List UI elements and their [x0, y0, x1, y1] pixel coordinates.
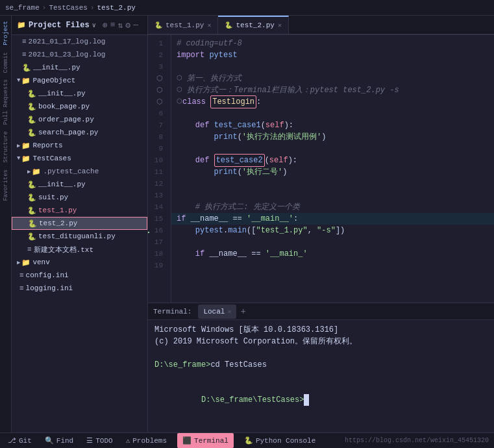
python-label: Python Console — [256, 437, 315, 445]
file-tree-header: 📁 Project Files ∨ ⊕ ≡ ⇅ ⚙ — — [12, 16, 147, 35]
folder-icon: 📁 — [21, 155, 31, 163]
add-file-icon[interactable]: ⊕ — [103, 20, 108, 31]
git-icon: ⎇ — [8, 436, 16, 445]
ini-file-icon: ≡ — [19, 284, 24, 292]
line-number: 9 — [148, 143, 166, 155]
breadcrumb-part1[interactable]: se_frame — [5, 4, 40, 12]
terminal-content[interactable]: Microsoft Windows [版本 10.0.18363.1316] (… — [148, 320, 494, 432]
line-number: 8 — [148, 131, 166, 143]
find-status[interactable]: 🔍 Find — [42, 433, 76, 448]
line-number: 18 — [148, 248, 166, 260]
file-icon: ≡ — [22, 51, 27, 58]
problems-status[interactable]: ⚠ Problems — [123, 433, 169, 448]
folder-icon: 📁 — [21, 142, 31, 150]
git-status[interactable]: ⎇ Git — [5, 433, 34, 448]
list-item[interactable]: ≡ 新建文本文档.txt — [12, 243, 147, 256]
list-item[interactable]: 🐍 suit.py — [12, 191, 147, 204]
list-item[interactable]: ▼ 📁 PageObject — [12, 74, 147, 87]
file-name: suit.py — [38, 193, 68, 201]
list-item[interactable]: ≡ logging.ini — [12, 282, 147, 295]
list-item[interactable]: 🐍 test_1.py — [12, 204, 147, 217]
list-item[interactable]: ≡ 2021_01_17_log.log — [12, 35, 147, 48]
line-number: 10 — [148, 155, 166, 166]
list-item[interactable]: ▶ 📁 Reports — [12, 139, 147, 152]
find-label: Find — [56, 437, 73, 445]
folder-name: PageObject — [32, 77, 75, 84]
terminal-line: D:\se_frame\TestCases> — [154, 382, 488, 417]
chevron-right-icon: ▶ — [17, 142, 20, 149]
chevron-right-icon: ▶ — [17, 259, 20, 266]
tab-local[interactable]: Local ✕ — [198, 305, 236, 319]
file-tree-toolbar: ⊕ ≡ ⇅ ⚙ — — [99, 20, 142, 31]
list-item[interactable]: 🐍 __init__.py — [12, 87, 147, 100]
sidebar-item-structure[interactable]: Structure — [1, 129, 10, 166]
line-number: 13 — [148, 190, 166, 201]
breadcrumb-part2[interactable]: TestCases — [49, 4, 87, 12]
line-number: 15 — [148, 213, 166, 225]
code-line: import pytest — [171, 49, 494, 61]
terminal-line: Microsoft Windows [版本 10.0.18363.1316] — [154, 324, 488, 336]
file-name: config.ini — [26, 271, 69, 279]
close-tab-icon[interactable]: ✕ — [207, 21, 211, 29]
py-tab-icon: 🐍 — [154, 21, 162, 29]
list-item[interactable]: 🐍 order_page.py — [12, 113, 147, 126]
terminal-line: (c) 2019 Microsoft Corporation。保留所有权利。 — [154, 336, 488, 347]
list-item[interactable]: ▶ 📁 venv — [12, 256, 147, 269]
line-number: 12 — [148, 178, 166, 190]
breadcrumb-part3[interactable]: test_2.py — [97, 4, 135, 12]
list-item[interactable]: 🐍 __init__.py — [12, 61, 147, 74]
editor-area: 🐍 test_1.py ✕ 🐍 test_2.py ✕ 1 2 3 ⬡ ⬡ ⬡ … — [148, 16, 494, 432]
list-item[interactable]: ▼ 📁 TestCases — [12, 152, 147, 165]
list-item[interactable]: ≡ 2021_01_23_log.log — [12, 48, 147, 61]
collapse-icon[interactable]: — — [133, 20, 138, 30]
code-content[interactable]: # coding=utf-8 import pytest ⬡ 第一、执行方式 ⬡… — [171, 35, 494, 303]
py-file-icon: 🐍 — [27, 180, 36, 189]
list-item[interactable]: ≡ config.ini — [12, 269, 147, 282]
code-line: pytest . main ([ "test_1.py" , "-s" ]) — [171, 225, 494, 236]
file-name: 2021_01_23_log.log — [29, 51, 106, 58]
file-name: test_1.py — [38, 206, 77, 214]
python-icon: 🐍 — [244, 436, 253, 445]
settings-icon[interactable]: ⚙ — [125, 20, 130, 31]
sidebar-item-pullrequests[interactable]: Pull Requests — [1, 77, 10, 127]
python-console-status[interactable]: 🐍 Python Console — [241, 433, 318, 448]
code-line — [171, 143, 494, 155]
file-name: 新建文本文档.txt — [34, 245, 93, 255]
sidebar-item-project[interactable]: Project — [1, 18, 10, 48]
sort-icon[interactable]: ⇅ — [118, 20, 123, 31]
close-tab-icon[interactable]: ✕ — [278, 21, 282, 29]
file-name: search_page.py — [38, 129, 98, 136]
file-tree-content: ≡ 2021_01_17_log.log ≡ 2021_01_23_log.lo… — [12, 35, 147, 432]
list-item[interactable]: 🐍 book_page.py — [12, 100, 147, 113]
terminal-label-status: Terminal — [194, 437, 228, 445]
sidebar-item-favorites[interactable]: Favorites — [1, 167, 10, 204]
folder-icon: 📁 — [32, 168, 41, 176]
line-number: 7 — [148, 119, 166, 131]
status-bar: ⎇ Git 🔍 Find ☰ TODO ⚠ Problems ⬛ Termina… — [0, 432, 494, 448]
tab-test2[interactable]: 🐍 test_2.py ✕ — [218, 16, 288, 34]
code-line: def test_case1 ( self ): — [171, 119, 494, 131]
add-terminal-button[interactable]: + — [238, 306, 248, 317]
list-item[interactable]: ▶ 📁 .pytest_cache — [12, 165, 147, 178]
list-item[interactable]: 🐍 __init__.py — [12, 178, 147, 191]
list-view-icon[interactable]: ≡ — [110, 20, 116, 30]
list-item[interactable]: 🐍 search_page.py — [12, 126, 147, 139]
folder-icon: 📁 — [21, 258, 31, 267]
folder-name: TestCases — [32, 155, 71, 162]
line-numbers: 1 2 3 ⬡ ⬡ ⬡ 6 7 8 9 10 11 12 13 14 15 ▶1… — [148, 35, 171, 303]
file-tree-title: Project Files — [29, 21, 90, 30]
file-tree-panel: 📁 Project Files ∨ ⊕ ≡ ⇅ ⚙ — ≡ 2021_01_17… — [12, 16, 148, 432]
list-item[interactable]: 🐍 test_2.py — [12, 217, 147, 230]
terminal-line — [154, 371, 488, 382]
py-file-icon: 🐍 — [27, 232, 36, 241]
code-line: ⬡ 执行方式一：Terminal栏目输入：pytest test_2.py -s — [171, 84, 494, 96]
line-number: ⬡ — [148, 84, 166, 96]
close-tab-icon[interactable]: ✕ — [227, 308, 231, 316]
terminal-status[interactable]: ⬛ Terminal — [177, 433, 234, 448]
search-icon: 🔍 — [45, 436, 54, 445]
line-number: ⬡ — [148, 96, 166, 108]
todo-status[interactable]: ☰ TODO — [84, 433, 115, 448]
list-item[interactable]: 🐍 test_dituguanli.py — [12, 230, 147, 243]
sidebar-item-commit[interactable]: Commit — [1, 49, 10, 75]
tab-test1[interactable]: 🐍 test_1.py ✕ — [148, 16, 218, 34]
